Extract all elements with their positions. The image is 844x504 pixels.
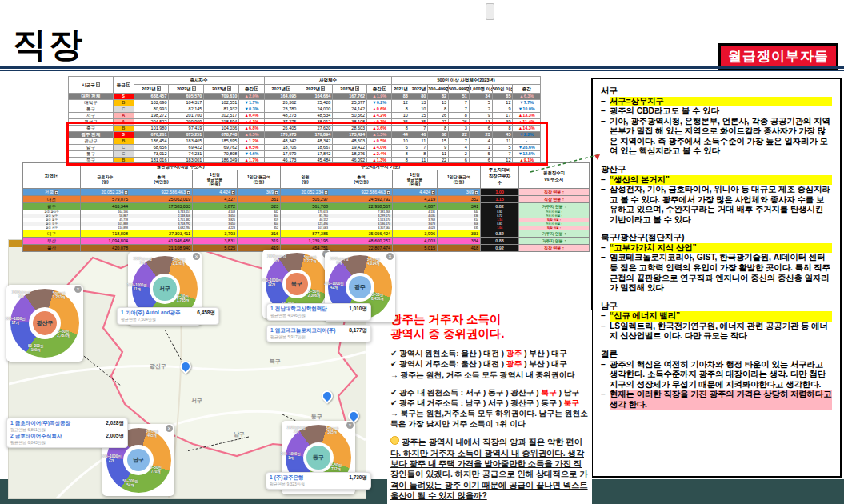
notes-bullet: –서구=상무지구 (601, 97, 832, 107)
company-card[interactable]: 1금호타이어(주)곡성공장2,028명평균연봉 6,861만원2금호타이어주식회… (6, 418, 128, 448)
filter-dropdown-icon[interactable]: ▾ (286, 86, 290, 91)
value-cell: 5,025 (193, 245, 238, 252)
value-cell: 25,428 (298, 100, 333, 106)
value-cell: 7 (492, 151, 513, 158)
window-artifact (486, 3, 494, 20)
bullet-dash: – (601, 390, 610, 410)
value-cell: 4,003 (393, 238, 438, 245)
value-cell: 8 (428, 106, 449, 113)
analysis-line: ✔ 광역시 원천소득: 울산 ) 대전 ) 광주 ) 부산 ) 대구 (390, 348, 589, 358)
notes-bullet: –기아, 광주광역시청, 은행본부, 언론사, 각종 공공기관의 지역 본부가 … (601, 117, 832, 157)
company-card[interactable]: 1앰코테크놀로지코리아(주)8,177명평균연봉 5,917만원 (266, 325, 371, 342)
notes-bullet: –“신규 에너지 밸리” (601, 311, 832, 322)
column-group-header: 500인 이상 사업체수(2023년) (392, 77, 541, 85)
filter-dropdown-icon[interactable]: ▾ (124, 190, 128, 195)
income-table-head: 지역▾원천징수지(직장 주소지)주소지(거주지 기준)주소지대비 직장근로자 수… (23, 163, 590, 189)
value-cell: 대구 (23, 230, 81, 238)
filter-dropdown-icon[interactable]: ▾ (474, 190, 478, 195)
company-card[interactable]: 1(주)광주은행1,730명평균연봉 9,323만원 (266, 472, 371, 490)
column-header: 주소지대비 직장근로자 수 (481, 163, 519, 189)
value-cell: 333 (438, 230, 481, 238)
filter-dropdown-icon[interactable]: ▾ (431, 190, 435, 195)
bullet-dash: – (601, 311, 610, 322)
value-cell: 37,275 (264, 119, 298, 126)
value-cell: 80,993 (134, 106, 169, 113)
table-row: 광주 전체S676,261675,251678,748▲0.5%170,9731… (69, 132, 541, 138)
filter-dropdown-icon[interactable]: ▾ (324, 190, 328, 195)
analysis-insight: 광주는 광역시 내에서 직장의 양과 질은 약한 편이다. 하지만 거주자 소득… (390, 436, 589, 501)
notes-section: 북구/광산구(첨단지구)–“고부가가치 지식 산업”–엠코테크놀로지코리아, G… (601, 232, 832, 293)
value-cell: 323 (238, 203, 281, 210)
bullet-text: 기아, 광주광역시청, 은행본부, 언론사, 각종 공공기관의 지역 본부가 밀… (610, 117, 832, 157)
company-rank: 1 (270, 306, 274, 311)
company-name: 전남대학교산학협력단 (275, 306, 348, 313)
company-card[interactable]: 1전남대학교산학협력단1,010명평균연봉 4,046만원 (266, 303, 371, 321)
table-row: 동구C80,99382,14581,932▼0.3%23,78024,00024… (69, 106, 541, 113)
value-cell: 68 (428, 132, 449, 138)
value-cell: 34 (469, 94, 492, 100)
value-cell: ▲14.3% (513, 126, 541, 132)
grade-cell: B (113, 126, 134, 132)
title-divider (0, 66, 844, 71)
value-cell: 9 (492, 106, 513, 113)
close-icon[interactable]: × (74, 286, 82, 293)
value-cell: 2 (469, 106, 492, 113)
value-cell: 2 (449, 151, 470, 158)
value-cell: - (513, 138, 541, 145)
bullet-dash: – (601, 360, 610, 390)
value-cell: 334 (438, 238, 481, 245)
filter-dropdown-icon[interactable]: ▾ (96, 82, 100, 87)
filter-dropdown-icon[interactable]: ▾ (274, 190, 278, 195)
notes-bullet: –“고부가가치 지식 산업” (601, 243, 832, 254)
filter-dropdown-icon[interactable]: ▾ (54, 190, 58, 195)
company-avg-salary: 평균연봉 9,323만원 (270, 482, 367, 487)
company-card[interactable]: 1기아(주) AutoLand광주6,458명평균연봉 7,504만원 (117, 307, 219, 325)
filter-dropdown-icon[interactable]: ▾ (157, 86, 161, 91)
filter-dropdown-icon[interactable]: ▾ (321, 86, 325, 91)
donut-segment-label: 1000인이상 2개 (12, 290, 31, 298)
employment-table-body: 대전 전체S688,457695,570709,610▲2.0%164,0951… (69, 94, 541, 170)
value-cell: 18,706 (264, 145, 298, 151)
value-cell: 70,808 (204, 151, 239, 158)
close-icon[interactable]: × (193, 253, 200, 260)
value-cell: 26,362 (264, 100, 298, 106)
filter-dropdown-icon[interactable]: ▾ (126, 82, 130, 87)
filter-dropdown-icon[interactable]: ▾ (192, 86, 196, 91)
notes-section-title: 서구 (601, 86, 832, 97)
close-icon[interactable]: × (386, 253, 394, 260)
donut-segment-label: 5~50인 2,306개 (308, 290, 321, 298)
verdict-cell: 직장 연봉 ↑ (519, 189, 590, 196)
map-pin-icon[interactable] (319, 388, 335, 404)
value-cell: 11 (492, 138, 513, 145)
table-row: 유성구A204,522209,909218,594▲4.1%37,27538,0… (69, 119, 541, 126)
map-pin-icon[interactable] (178, 358, 194, 374)
filter-dropdown-icon[interactable]: ▾ (386, 190, 390, 195)
verdict-cell: 직장 연봉 ↑ (519, 245, 590, 252)
company-size-donut[interactable]: 광산구5인미만 1,253개5~50인 2,787개50~300인 199개30… (6, 285, 83, 362)
column-header: 2022년▾ (169, 85, 204, 94)
analysis-line: ✔ 광역시 거주소득: 울산 ) 대전 ) 광주 ) 부산 ) 대구 (390, 358, 589, 369)
filter-dropdown-icon[interactable]: ▾ (227, 86, 231, 91)
table-row: 서구A198,272201,700202,517▲0.4%48,27348,53… (69, 113, 541, 119)
analysis-text: 광주 (506, 349, 522, 358)
close-icon[interactable]: × (346, 422, 354, 429)
filter-dropdown-icon[interactable]: ▾ (382, 86, 386, 91)
value-cell: 83 (392, 94, 410, 100)
filter-dropdown-icon[interactable]: ▾ (254, 86, 258, 91)
value-cell: ▲0.5% (239, 145, 264, 151)
close-icon[interactable]: × (166, 425, 173, 432)
filter-dropdown-icon[interactable]: ▾ (231, 190, 235, 195)
filter-dropdown-icon[interactable]: ▾ (54, 174, 58, 178)
value-cell: 8 (392, 151, 410, 158)
company-row: 2금호타이어주식회사2,005명 (10, 433, 124, 440)
value-cell: 10 (392, 113, 410, 119)
filter-dropdown-icon[interactable]: ▾ (355, 86, 359, 91)
value-cell: 104,036 (204, 126, 239, 132)
company-avg-salary: 평균연봉 5,917만원 (270, 334, 367, 340)
value-cell: 82,145 (169, 106, 204, 113)
company-row: 1앰코테크놀로지코리아(주)8,177명 (270, 327, 367, 334)
column-header: 2023년▾ (204, 85, 239, 94)
filter-dropdown-icon[interactable]: ▾ (186, 190, 190, 195)
company-avg-salary: 평균연봉 7,504만원 (121, 317, 215, 322)
bullet-text: 엠코테크놀로지코리아, GIST, 한국광기술원, AI데이터 센터 등 젊은 … (610, 253, 832, 293)
